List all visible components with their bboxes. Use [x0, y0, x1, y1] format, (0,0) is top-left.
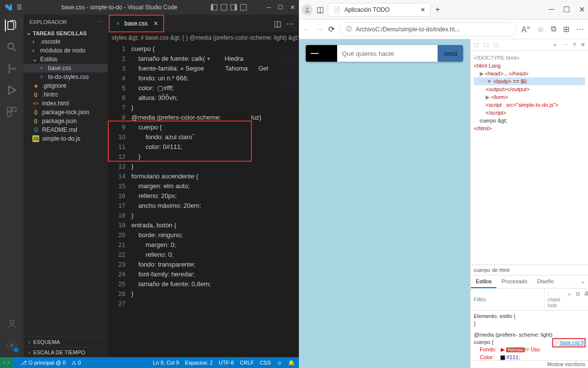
project-root[interactable]: ⌄ TAREAS SENCILLAS — [24, 29, 108, 37]
dom-tree[interactable]: <!DOCTYPE html> <html Lang ▶ <head>…</he… — [471, 51, 588, 265]
filter-input[interactable] — [471, 289, 544, 310]
code-content[interactable]: cuerpo { tamaño de fuente: calk( + Hiedr… — [131, 43, 272, 357]
vscode-window: ☰ base.css - simple-to-do - Visual Studi… — [0, 0, 299, 368]
feedback-icon[interactable]: ☺ — [277, 360, 282, 366]
tree-file[interactable]: #base.css — [24, 64, 108, 73]
minimize-icon[interactable]: ─ — [267, 4, 271, 11]
close-tab-icon[interactable]: ✕ — [153, 20, 158, 27]
new-tab-icon[interactable]: ＋ — [434, 4, 441, 15]
svg-point-15 — [306, 7, 309, 10]
tree-file[interactable]: JSsimple-to-do.js — [24, 134, 108, 143]
devtools-footer[interactable]: Mostrar escritorio — [471, 360, 588, 368]
reader-icon[interactable]: A» — [521, 24, 530, 34]
tree-file[interactable]: ⓘREADME.md — [24, 125, 108, 134]
run-debug-icon[interactable] — [6, 84, 18, 96]
svg-rect-11 — [12, 107, 16, 111]
tree-file[interactable]: #to-do-styles.css — [24, 73, 108, 81]
styles-pane[interactable]: Elemento. estilo { } @media (prefiere- s… — [471, 311, 588, 360]
account-icon[interactable] — [6, 318, 18, 330]
menu-icon[interactable]: ⋯ — [576, 25, 584, 34]
tree-file[interactable]: {}package-lock.json — [24, 108, 108, 117]
dom-breadcrumb[interactable]: cuerpo de html — [471, 265, 588, 275]
settings-gear-icon[interactable] — [6, 340, 18, 351]
svg-point-14 — [10, 344, 13, 347]
maximize-icon[interactable]: ☐ — [563, 5, 570, 14]
tree-file[interactable]: <>index.html — [24, 99, 108, 108]
git-branch[interactable]: ⎇ O principal @ 0 — [21, 360, 66, 366]
editor-tab[interactable]: # base.css ✕ — [109, 15, 164, 32]
minimap[interactable] — [272, 43, 299, 357]
timeline-section[interactable]: ›ESCALA DE TIEMPO — [24, 347, 108, 357]
todo-input[interactable] — [337, 45, 438, 62]
browser-tab[interactable]: 📄 Aplicación TODO ✕ — [328, 3, 431, 17]
language-mode[interactable]: CSS — [260, 360, 271, 366]
remote-indicator[interactable] — [0, 357, 13, 368]
print-icon[interactable]: 🖶 — [584, 291, 588, 308]
source-link[interactable]: 📄base.css:9 — [552, 338, 586, 347]
plus-icon[interactable]: ＋ — [552, 41, 558, 49]
bell-icon[interactable]: 🔔 — [288, 360, 295, 366]
source-control-icon[interactable] — [6, 63, 18, 74]
breadcrumb[interactable]: styles &gt; # base.css &gt; { } @media (… — [108, 32, 299, 43]
panel-left-icon[interactable] — [211, 4, 218, 11]
tree-file[interactable]: {}.hintrc — [24, 90, 108, 99]
close-icon[interactable]: ✕ — [290, 4, 295, 11]
more-actions-icon[interactable]: ⋯ — [286, 19, 294, 28]
close-tab-icon[interactable]: ✕ — [420, 6, 425, 13]
help-icon[interactable]: ? — [573, 42, 576, 48]
cls-toggle[interactable]: : clase hob — [544, 289, 564, 310]
file-tree: ›.vscode ›módulos de nodo ⌄Estilos #base… — [24, 37, 108, 143]
minimize-icon[interactable]: ─ — [549, 5, 554, 14]
layout-icon[interactable] — [240, 4, 247, 11]
forward-icon[interactable]: → — [316, 25, 323, 34]
close-devtools-icon[interactable]: ✕ — [581, 42, 585, 48]
search-icon[interactable] — [6, 41, 18, 53]
svg-point-9 — [13, 68, 16, 70]
indent[interactable]: Espacios: 2 — [185, 360, 213, 366]
extensions-icon[interactable] — [6, 106, 18, 118]
url-input[interactable]: ⓘ ArchivoC:/Demo/simple-to-do/index.ht..… — [340, 22, 516, 36]
tab-layout[interactable]: Diseño — [532, 275, 559, 288]
explorer-icon[interactable] — [5, 20, 19, 31]
collections-icon[interactable]: ⧉ — [551, 25, 556, 33]
dock-icon[interactable]: ⬚ — [493, 42, 498, 48]
warnings[interactable]: ⚠ 0 — [72, 360, 81, 366]
close-icon[interactable]: ✕ — [579, 5, 585, 14]
window-title: base.css - simple-to-do - Visual Studio … — [28, 4, 211, 11]
split-editor-icon[interactable]: ◫ — [274, 19, 281, 28]
more-icon[interactable]: ⋯ — [97, 19, 102, 25]
encoding[interactable]: UTF-8 — [219, 360, 234, 366]
eol[interactable]: CRLF — [240, 360, 254, 366]
hamburger-icon[interactable]: ☰ — [17, 4, 22, 11]
code-editor[interactable]: 1234567891011121314151617181920212223242… — [108, 43, 299, 357]
tree-folder[interactable]: ›.vscode — [24, 37, 108, 46]
device-icon[interactable]: ⬚ — [484, 42, 489, 48]
cursor-position[interactable]: Ln 9, Col 9 — [153, 360, 179, 366]
back-icon[interactable]: ← — [303, 25, 311, 34]
tabs-icon[interactable]: ◫ — [317, 5, 324, 14]
inspect-icon[interactable]: ⬚ — [474, 42, 479, 48]
tree-file[interactable]: ◆.gitignore — [24, 81, 108, 90]
tree-folder[interactable]: ⌄Estilos — [24, 55, 108, 64]
pin-icon[interactable]: ⊟ — [576, 291, 580, 308]
extensions-icon[interactable]: ⊞ — [563, 25, 569, 34]
tree-file[interactable]: {}package.json — [24, 117, 108, 125]
favorite-icon[interactable]: ☆ — [537, 25, 544, 34]
send-button[interactable]: send — [438, 45, 463, 62]
chevron-down-icon[interactable]: ⌄ — [578, 275, 588, 288]
panel-bottom-icon[interactable] — [220, 4, 227, 11]
maximize-icon[interactable]: ☐ — [278, 4, 283, 11]
tab-styles[interactable]: Estilos — [471, 275, 496, 288]
tab-computed[interactable]: Procesado — [496, 275, 532, 288]
profile-icon[interactable] — [302, 4, 313, 15]
outline-section[interactable]: ›ESQUEMA — [24, 337, 108, 347]
svg-rect-5 — [241, 4, 246, 10]
new-rule-icon[interactable]: ＋ — [566, 291, 572, 308]
info-icon[interactable]: ⓘ — [346, 25, 352, 33]
tree-folder[interactable]: ›módulos de nodo — [24, 46, 108, 55]
more-icon[interactable]: ⋯ — [563, 42, 568, 48]
layout-controls[interactable] — [211, 4, 247, 11]
refresh-icon[interactable]: ⟳ — [328, 25, 335, 34]
address-bar-row: ← → ⟳ ⓘ ArchivoC:/Demo/simple-to-do/inde… — [299, 20, 588, 39]
panel-right-icon[interactable] — [230, 4, 237, 11]
